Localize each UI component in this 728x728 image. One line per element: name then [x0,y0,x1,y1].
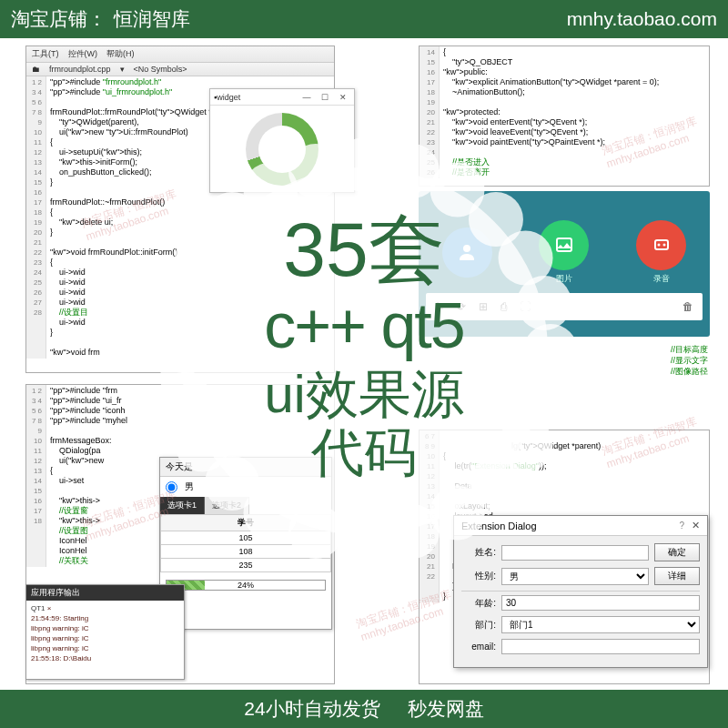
line-gutter: 1 2 3 4 5 6 7 8 9 10 11 12 13 14 15 16 1… [26,385,46,567]
code-area[interactable]: "pp">#include "frm "pp">#include "ui_fr … [46,385,131,567]
maximize-icon[interactable]: ☐ [318,93,332,102]
shop-name: 恒润智库 [114,6,190,32]
editor-breadcrumb[interactable]: 🖿 frmroundplot.cpp ▾ <No Symbols> [26,63,334,76]
window-titlebar[interactable]: ▪ widget — ☐ ✕ [210,89,354,106]
svg-rect-2 [655,240,668,249]
badge-line3: ui效果源代码 [255,365,473,481]
menu-widgets[interactable]: 控件(W) [68,48,98,60]
progress-value: 24% [238,581,254,590]
record-button[interactable] [636,220,686,270]
window-title: widget [217,93,299,102]
record-label: 录音 [636,273,686,285]
detail-button[interactable]: 详细 [654,567,700,585]
cloud-delivery: 秒发网盘 [408,696,484,722]
console-body[interactable]: QT1 × 21:54:59: Starting libpng warning:… [26,601,184,666]
file-name[interactable]: frmroundplot.cpp [49,65,111,74]
top-bar: 淘宝店铺： 恒润智库 mnhy.taobao.com [0,0,728,38]
code-comments: //目标高度 //显示文字 //图像路径 [671,344,708,377]
age-field[interactable] [501,595,700,611]
ok-button[interactable]: 确定 [654,543,700,561]
line-gutter: 1 2 3 4 5 6 7 8 9 10 11 12 13 14 15 16 1… [26,76,46,359]
auto-ship: 24小时自动发货 [244,696,379,722]
svg-point-3 [657,244,660,247]
progress-bar: 24% [166,580,326,591]
promo-badge: 35套 c++ qt5 ui效果源代码 [146,133,582,570]
gender-label: 性别: [461,570,496,582]
badge-line2: c++ qt5 [255,292,473,359]
close-icon[interactable]: ✕ [336,93,350,102]
age-label: 年龄: [461,597,496,610]
menu-tools[interactable]: 工具(T) [32,48,59,60]
menu-help[interactable]: 帮助(H) [106,48,135,60]
shop-prefix: 淘宝店铺： [11,6,106,32]
svg-point-4 [662,244,665,247]
console-title: 应用程序输出 [26,585,184,601]
email-label: email: [461,642,496,652]
close-icon[interactable]: ✕ [692,520,700,531]
record-icon [651,234,672,256]
minimize-icon[interactable]: — [299,93,314,102]
editor-menubar[interactable]: 工具(T) 控件(W) 帮助(H) [26,46,334,63]
symbol-selector[interactable]: <No Symbols> [134,65,187,74]
gender-select[interactable]: 男 [501,568,649,585]
output-console: 应用程序输出 QT1 × 21:54:59: Starting libpng w… [25,584,185,680]
email-field[interactable] [501,639,700,654]
shop-url: mnhy.taobao.com [567,8,717,30]
help-icon[interactable]: ? [679,521,684,531]
dept-label: 部门: [461,619,496,632]
bottom-bar: 24小时自动发货 秒发网盘 [0,690,728,728]
trash-icon[interactable]: 🗑 [682,300,693,313]
content-canvas: 工具(T) 控件(W) 帮助(H) 🖿 frmroundplot.cpp ▾ <… [0,38,728,690]
dept-select[interactable]: 部门1 [501,616,700,633]
badge-line1: 35套 [255,210,473,287]
